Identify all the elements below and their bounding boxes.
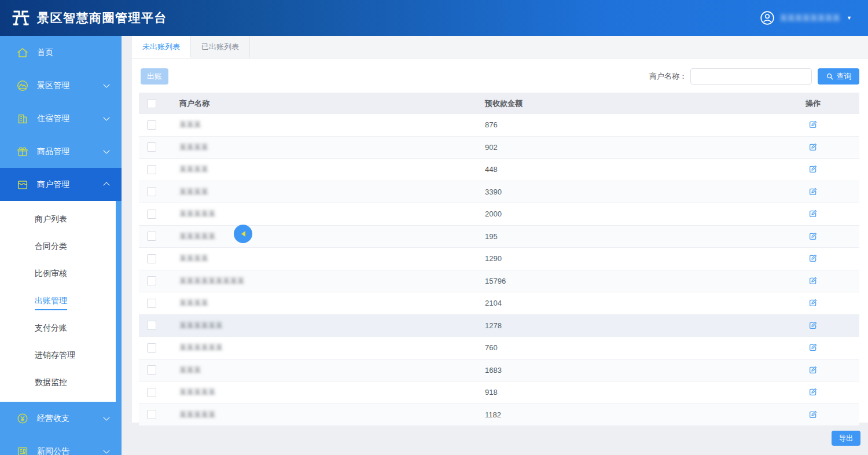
chevron-down-icon — [103, 447, 109, 453]
submenu-label: 比例审核 — [35, 269, 67, 283]
table-row: 某某某 1683 — [139, 359, 859, 382]
row-checkbox[interactable] — [147, 410, 156, 419]
edit-button[interactable] — [807, 230, 819, 242]
row-checkbox[interactable] — [147, 321, 156, 330]
row-checkbox[interactable] — [147, 388, 156, 397]
amount-value: 876 — [485, 120, 498, 129]
row-checkbox[interactable] — [147, 343, 156, 353]
sidebar-item-lodging[interactable]: 住宿管理 — [0, 102, 122, 135]
sidebar-item-goods[interactable]: 商品管理 — [0, 135, 122, 168]
finance-icon — [16, 412, 29, 425]
search-button-label: 查询 — [837, 71, 852, 82]
submenu-item-contract-category[interactable]: 合同分类 — [0, 233, 116, 260]
edit-button[interactable] — [807, 163, 819, 175]
edit-button[interactable] — [807, 252, 819, 264]
tab-unbilled-list[interactable]: 未出账列表 — [132, 36, 191, 58]
merchant-name: 某某某 — [179, 120, 201, 129]
edit-button[interactable] — [807, 409, 819, 420]
amount-value: 3390 — [485, 188, 502, 196]
table-row: 某某某 876 — [139, 114, 859, 137]
chevron-up-icon — [103, 182, 109, 188]
row-checkbox[interactable] — [147, 276, 156, 285]
merchant-submenu: 商户列表 合同分类 比例审核 出账管理 支付分账 进销存管理 数据监控 — [0, 201, 116, 402]
edit-button[interactable] — [807, 119, 819, 130]
user-name: 某某某某某某某某 — [780, 13, 840, 23]
sidebar-collapse-toggle[interactable] — [234, 225, 252, 243]
merchant-name: 某某某某某 — [179, 210, 216, 218]
amount-value: 15796 — [485, 277, 506, 285]
edit-button[interactable] — [807, 275, 819, 287]
edit-button[interactable] — [807, 297, 819, 309]
tab-billed-list[interactable]: 已出账列表 — [191, 36, 250, 58]
sidebar-item-label: 经营收支 — [37, 413, 69, 424]
row-checkbox[interactable] — [147, 165, 156, 174]
table-row: 某某某某某 918 — [139, 381, 859, 404]
chevron-down-icon — [103, 147, 109, 153]
table-row: 某某某某 2104 — [139, 292, 859, 315]
main-content: 未出账列表 已出账列表 出账 商户名称： 查询 — [122, 36, 868, 455]
submenu-item-inventory-management[interactable]: 进销存管理 — [0, 342, 116, 369]
row-checkbox[interactable] — [147, 232, 156, 241]
row-checkbox[interactable] — [147, 365, 156, 375]
table-row: 某某某某某 2000 — [139, 203, 859, 226]
news-icon — [16, 445, 29, 455]
row-checkbox[interactable] — [147, 187, 156, 196]
chevron-down-icon — [103, 81, 109, 87]
submenu-label: 进销存管理 — [35, 350, 75, 365]
col-header-amount: 预收款金额 — [480, 98, 767, 109]
row-checkbox[interactable] — [147, 299, 156, 308]
export-button[interactable]: 导出 — [832, 431, 860, 446]
sidebar-item-scenic[interactable]: 景区管理 — [0, 69, 122, 102]
sidebar-item-news[interactable]: 新闻公告 — [0, 435, 122, 455]
submenu-label: 数据监控 — [35, 377, 67, 392]
edit-button[interactable] — [807, 141, 819, 153]
sidebar-item-label: 景区管理 — [37, 80, 69, 91]
home-icon — [16, 46, 29, 59]
row-checkbox[interactable] — [147, 210, 156, 219]
amount-value: 902 — [485, 143, 498, 152]
sidebar-item-label: 首页 — [37, 47, 53, 58]
amount-value: 760 — [485, 343, 498, 352]
edit-button[interactable] — [807, 386, 819, 398]
table-row: 某某某某某某某某某 15796 — [139, 270, 859, 293]
toolbar: 出账 商户名称： 查询 — [132, 58, 868, 91]
edit-button[interactable] — [807, 320, 819, 331]
submenu-item-payment-split[interactable]: 支付分账 — [0, 314, 116, 342]
search-group: 商户名称： 查询 — [649, 68, 859, 85]
merchant-icon — [16, 178, 29, 191]
col-header-merchant-name: 商户名称 — [175, 98, 480, 109]
submenu-label: 商户列表 — [35, 214, 67, 229]
submenu-item-data-monitoring[interactable]: 数据监控 — [0, 369, 116, 396]
page-title: 景区智慧商圈管理平台 — [37, 10, 167, 26]
submenu-item-ratio-review[interactable]: 比例审核 — [0, 260, 116, 287]
archway-logo-icon — [9, 6, 32, 30]
search-button[interactable]: 查询 — [818, 68, 859, 85]
sidebar-item-home[interactable]: 首页 — [0, 36, 122, 69]
goods-icon — [16, 145, 29, 158]
select-all-checkbox[interactable] — [147, 99, 156, 108]
row-checkbox[interactable] — [147, 142, 156, 152]
user-menu[interactable]: 某某某某某某某某 ▼ — [760, 10, 852, 25]
col-header-actions: 操作 — [767, 98, 859, 109]
submenu-item-billing-management[interactable]: 出账管理 — [0, 287, 116, 314]
sidebar-item-label: 商品管理 — [37, 146, 69, 157]
billing-button[interactable]: 出账 — [141, 68, 168, 85]
sidebar-item-merchant[interactable]: 商户管理 — [0, 168, 122, 201]
edit-button[interactable] — [807, 364, 819, 376]
edit-button[interactable] — [807, 342, 819, 353]
table-row: 某某某某某 1182 — [139, 404, 859, 427]
chevron-down-icon: ▼ — [847, 15, 852, 21]
merchant-name: 某某某某某某 — [179, 321, 223, 329]
row-checkbox[interactable] — [147, 120, 156, 130]
row-checkbox[interactable] — [147, 254, 156, 263]
submenu-item-merchant-list[interactable]: 商户列表 — [0, 206, 116, 233]
merchant-name-input[interactable] — [690, 68, 812, 85]
edit-button[interactable] — [807, 186, 819, 197]
table-row: 某某某某某某 760 — [139, 337, 859, 359]
merchant-name: 某某某某某某某某某 — [179, 277, 245, 285]
sidebar-item-finance[interactable]: 经营收支 — [0, 402, 122, 435]
amount-value: 1278 — [485, 321, 502, 330]
merchant-name: 某某某某某 — [179, 388, 216, 396]
merchant-name: 某某某 — [179, 366, 201, 374]
edit-button[interactable] — [807, 208, 819, 219]
